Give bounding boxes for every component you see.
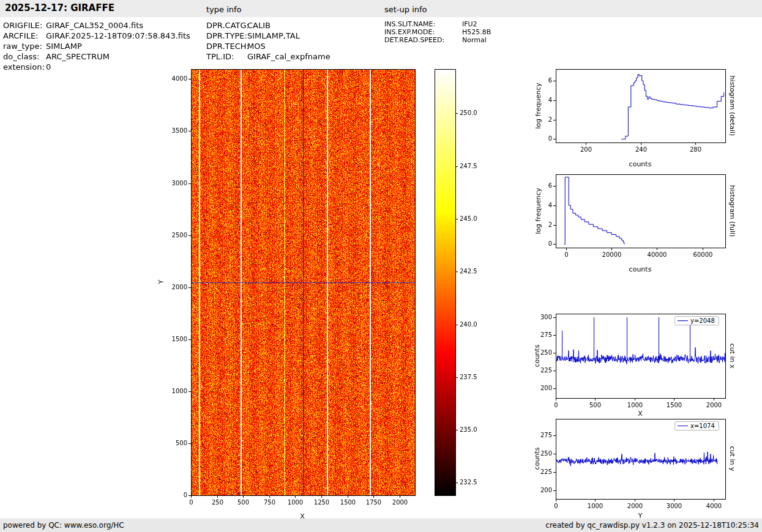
tplid-value: GIRAF_cal_expfname — [247, 52, 331, 61]
cut-in-y-plot — [556, 419, 725, 499]
expmode-value: H525.8B — [462, 28, 491, 36]
page-title: 2025-12-17: GIRAFFE — [5, 2, 114, 13]
dprtech-value: MOS — [247, 42, 266, 51]
file-info-row-origfile: ORIGFILE:GIRAF_CAL352_0004.fits — [3, 21, 143, 30]
dprcatg-value: CALIB — [247, 21, 271, 30]
histogram-full-side-label: histogram (full) — [728, 185, 736, 237]
type-info-row-dprtech: DPR.TECH:MOS — [206, 42, 266, 51]
tplid-label: TPL.ID: — [206, 52, 247, 61]
raw-image-ylabel: Y — [157, 280, 165, 284]
cut-in-y-side-label: cut in y — [728, 446, 736, 471]
cut-in-y-legend: x=1074 — [674, 421, 719, 430]
dprtype-label: DPR.TYPE: — [206, 31, 247, 40]
file-info-row-rawtype: raw_type:SIMLAMP — [3, 42, 82, 51]
raw-image-plot — [191, 69, 415, 495]
origfile-value: GIRAF_CAL352_0004.fits — [46, 21, 143, 30]
histogram-full-ylabel: log frequency — [534, 188, 542, 234]
arcfile-label: ARCFILE: — [3, 31, 46, 40]
rawtype-value: SIMLAMP — [46, 42, 82, 51]
setup-info-heading: set-up info — [384, 5, 427, 14]
cut-in-x-side-label: cut in x — [728, 344, 736, 369]
footer-created-by: created by qc_rawdisp.py v1.2.3 on 2025-… — [545, 519, 759, 532]
type-info-heading: type info — [206, 5, 242, 14]
header-bar: 2025-12-17: GIRAFFE type info set-up inf… — [0, 0, 762, 17]
footer-powered-by: powered by QC: www.eso.org/HC — [3, 519, 124, 532]
histogram-full-plot — [556, 174, 725, 248]
extension-value: 0 — [46, 62, 51, 72]
file-info-row-doclass: do_class:ARC_SPECTRUM — [3, 52, 110, 61]
file-info-row-arcfile: ARCFILE:GIRAF.2025-12-18T09:07:58.843.fi… — [3, 31, 190, 40]
slitname-label: INS.SLIT.NAME: — [384, 20, 462, 28]
cut-in-x-legend-label: y=2048 — [690, 317, 715, 324]
setup-info-row-readspeed: DET.READ.SPEED:Normal — [384, 36, 487, 44]
type-info-row-tplid: TPL.ID:GIRAF_cal_expfname — [206, 52, 331, 61]
colorbar — [435, 69, 455, 495]
histogram-full-xlabel: counts — [629, 265, 652, 273]
cut-in-x-ylabel: counts — [533, 345, 541, 368]
setup-info-row-expmode: INS.EXP.MODE:H525.8B — [384, 28, 491, 36]
footer-bar: powered by QC: www.eso.org/HC created by… — [0, 519, 762, 532]
expmode-label: INS.EXP.MODE: — [384, 28, 462, 36]
doclass-value: ARC_SPECTRUM — [46, 52, 110, 61]
dprtype-value: SIMLAMP,TAL — [247, 31, 300, 40]
cut-in-y-legend-label: x=1074 — [690, 423, 715, 429]
slitname-value: IFU2 — [462, 20, 477, 28]
dprcatg-label: DPR.CATG: — [206, 21, 247, 30]
origfile-label: ORIGFILE: — [3, 21, 46, 30]
file-info-row-extension: extension:0 — [3, 62, 51, 72]
legend-line-icon — [678, 320, 688, 321]
histogram-detail-ylabel: log frequency — [534, 83, 542, 128]
readspeed-value: Normal — [462, 36, 487, 44]
doclass-label: do_class: — [3, 52, 46, 61]
rawtype-label: raw_type: — [3, 42, 46, 51]
histogram-detail-xlabel: counts — [629, 160, 652, 168]
legend-line-icon — [678, 426, 688, 426]
type-info-row-dprtype: DPR.TYPE:SIMLAMP,TAL — [206, 31, 300, 40]
histogram-detail-side-label: histogram (detail) — [728, 76, 736, 136]
readspeed-label: DET.READ.SPEED: — [384, 36, 462, 44]
type-info-row-dprcatg: DPR.CATG:CALIB — [206, 21, 271, 30]
cut-in-x-xlabel: X — [638, 410, 643, 418]
cut-in-x-plot — [556, 314, 725, 398]
arcfile-value: GIRAF.2025-12-18T09:07:58.843.fits — [46, 31, 190, 40]
cut-in-y-ylabel: counts — [533, 448, 541, 470]
cut-in-x-legend: y=2048 — [674, 316, 719, 325]
histogram-detail-plot — [556, 69, 725, 142]
extension-label: extension: — [3, 62, 46, 72]
setup-info-row-slit: INS.SLIT.NAME:IFU2 — [384, 20, 477, 28]
dprtech-label: DPR.TECH: — [206, 42, 247, 51]
